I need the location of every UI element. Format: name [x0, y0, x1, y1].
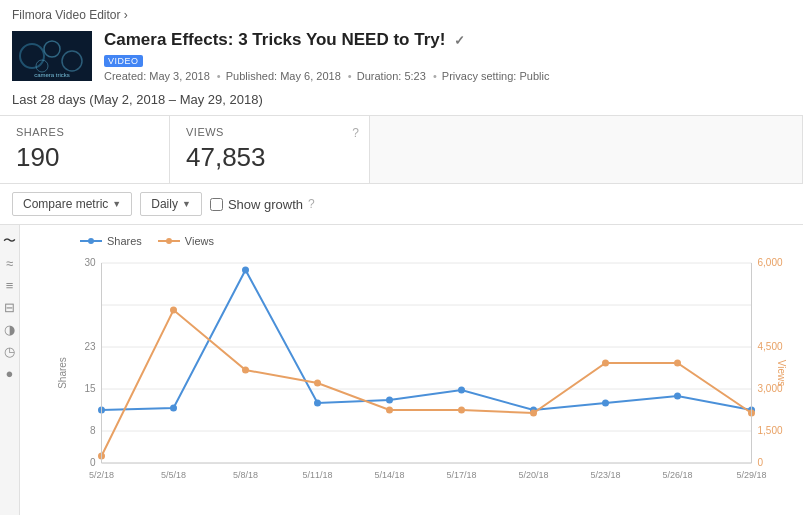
- breadcrumb: Filmora Video Editor ›: [12, 8, 128, 22]
- verified-icon: ✓: [454, 33, 465, 48]
- video-title: Camera Effects: 3 Tricks You NEED to Try…: [104, 30, 551, 50]
- svg-text:5/26/18: 5/26/18: [662, 470, 692, 480]
- legend-views-label: Views: [185, 235, 214, 247]
- nav-icon-clock[interactable]: ◷: [2, 343, 18, 359]
- svg-text:5/5/18: 5/5/18: [161, 470, 186, 480]
- svg-point-46: [602, 400, 609, 407]
- svg-point-54: [458, 407, 465, 414]
- svg-text:5/8/18: 5/8/18: [233, 470, 258, 480]
- svg-point-10: [166, 238, 172, 244]
- svg-text:5/20/18: 5/20/18: [518, 470, 548, 480]
- legend-shares-label: Shares: [107, 235, 142, 247]
- nav-icon-pie[interactable]: ◑: [2, 321, 18, 337]
- svg-text:30: 30: [84, 257, 96, 268]
- svg-text:5/17/18: 5/17/18: [446, 470, 476, 480]
- show-growth-checkbox[interactable]: [210, 198, 223, 211]
- svg-text:5/14/18: 5/14/18: [374, 470, 404, 480]
- svg-point-52: [314, 380, 321, 387]
- shares-metric: SHARES 190: [0, 116, 170, 183]
- svg-text:4,500: 4,500: [758, 341, 783, 352]
- legend-shares: Shares: [80, 235, 142, 247]
- chart-area: Shares Views 0 8 15: [20, 225, 803, 515]
- shares-label: SHARES: [16, 126, 153, 138]
- compare-metric-dropdown[interactable]: Compare metric ▼: [12, 192, 132, 216]
- svg-text:0: 0: [90, 457, 96, 468]
- caret-icon: ▼: [112, 199, 121, 209]
- legend-views: Views: [158, 235, 214, 247]
- svg-point-55: [530, 410, 537, 417]
- svg-text:5/23/18: 5/23/18: [590, 470, 620, 480]
- caret-icon-2: ▼: [182, 199, 191, 209]
- svg-point-51: [242, 367, 249, 374]
- daily-dropdown[interactable]: Daily ▼: [140, 192, 202, 216]
- svg-text:5/29/18: 5/29/18: [736, 470, 766, 480]
- nav-icon-bar[interactable]: ≡: [2, 277, 18, 293]
- svg-point-42: [314, 400, 321, 407]
- video-meta: Created: May 3, 2018 • Published: May 6,…: [104, 70, 551, 82]
- svg-point-41: [242, 267, 249, 274]
- svg-text:15: 15: [84, 383, 96, 394]
- nav-icon-trend[interactable]: ≈: [2, 255, 18, 271]
- svg-point-57: [674, 360, 681, 367]
- controls-row: Compare metric ▼ Daily ▼ Show growth ?: [0, 184, 803, 225]
- svg-text:Shares: Shares: [57, 357, 68, 389]
- nav-icon-table[interactable]: ⊟: [2, 299, 18, 315]
- svg-point-50: [170, 307, 177, 314]
- chart-svg: 0 8 15 23 30 0 1,500 3,000 4,500 6,000 S…: [30, 253, 803, 483]
- nav-icon-line-chart[interactable]: 〜: [2, 233, 18, 249]
- svg-text:6,000: 6,000: [758, 257, 783, 268]
- svg-point-44: [458, 387, 465, 394]
- svg-text:0: 0: [758, 457, 764, 468]
- svg-text:Views: Views: [776, 360, 787, 387]
- svg-text:23: 23: [84, 341, 96, 352]
- date-range: Last 28 days (May 2, 2018 – May 29, 2018…: [0, 88, 803, 115]
- chart-section: 〜 ≈ ≡ ⊟ ◑ ◷ ● Shares Views: [0, 225, 803, 515]
- sidebar-nav: 〜 ≈ ≡ ⊟ ◑ ◷ ●: [0, 225, 20, 515]
- svg-text:5/11/18: 5/11/18: [302, 470, 332, 480]
- info-icon[interactable]: ?: [352, 126, 359, 140]
- metrics-row: SHARES 190 ? VIEWS 47,853: [0, 115, 803, 184]
- help-icon[interactable]: ?: [308, 197, 315, 211]
- empty-metric: [370, 116, 803, 183]
- svg-point-56: [602, 360, 609, 367]
- svg-point-47: [674, 393, 681, 400]
- svg-text:camera tricks: camera tricks: [34, 72, 70, 78]
- svg-point-53: [386, 407, 393, 414]
- video-info-section: camera tricks Camera Effects: 3 Tricks Y…: [0, 26, 803, 88]
- nav-icon-person[interactable]: ●: [2, 365, 18, 381]
- views-label: VIEWS: [186, 126, 353, 138]
- show-growth-label[interactable]: Show growth ?: [210, 197, 315, 212]
- shares-value: 190: [16, 142, 153, 173]
- chart-legend: Shares Views: [30, 235, 803, 253]
- svg-text:8: 8: [90, 425, 96, 436]
- video-details: Camera Effects: 3 Tricks You NEED to Try…: [104, 30, 551, 82]
- svg-point-43: [386, 397, 393, 404]
- chart-wrapper: 0 8 15 23 30 0 1,500 3,000 4,500 6,000 S…: [30, 253, 803, 483]
- svg-point-40: [170, 405, 177, 412]
- show-growth-text: Show growth: [228, 197, 303, 212]
- svg-point-8: [88, 238, 94, 244]
- svg-text:1,500: 1,500: [758, 425, 783, 436]
- svg-text:5/2/18: 5/2/18: [89, 470, 114, 480]
- views-value: 47,853: [186, 142, 353, 173]
- video-thumbnail: camera tricks: [12, 31, 92, 81]
- views-metric: ? VIEWS 47,853: [170, 116, 370, 183]
- video-badge: VIDEO: [104, 55, 143, 67]
